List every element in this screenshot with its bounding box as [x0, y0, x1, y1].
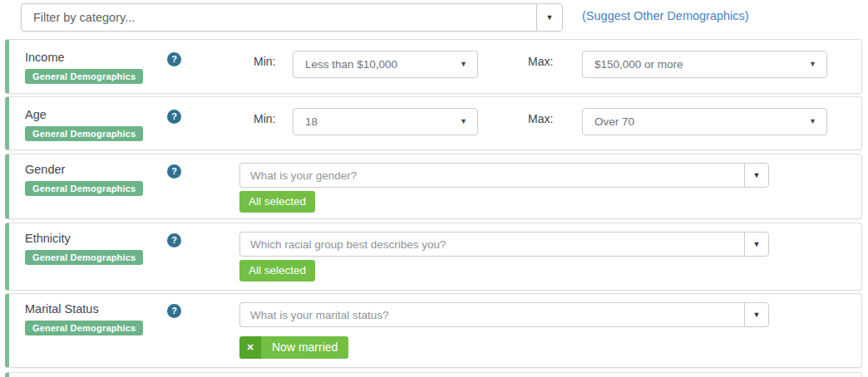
selected-value: 18: [305, 115, 318, 128]
ethnicity-question-input[interactable]: [239, 232, 744, 257]
help-icon[interactable]: ?: [167, 164, 181, 179]
category-badge: General Demographics: [25, 250, 143, 265]
marital-status-question-input[interactable]: [239, 302, 744, 327]
chevron-down-icon: ▼: [809, 109, 816, 135]
category-filter-input[interactable]: [21, 3, 536, 32]
category-badge: General Demographics: [25, 181, 143, 196]
age-min-select[interactable]: 18 ▼: [293, 108, 478, 135]
selection-tag-label: Now married: [261, 336, 348, 359]
ethnicity-dropdown-button[interactable]: ▼: [744, 232, 769, 257]
demographic-row-income: Income General Demographics ? Min: Less …: [5, 39, 862, 94]
chevron-down-icon: ▼: [546, 13, 554, 22]
chevron-down-icon: ▼: [809, 51, 816, 77]
chevron-down-icon: ▼: [460, 51, 467, 77]
close-icon: ✕: [246, 342, 254, 352]
row-title: Gender: [25, 163, 65, 176]
marital-status-question-group: ▼: [239, 302, 769, 327]
chevron-down-icon: ▼: [753, 171, 761, 179]
selection-tag-all-selected: All selected: [239, 191, 315, 213]
demographic-row-gender: Gender General Demographics ? ▼ All sele…: [5, 154, 862, 219]
age-max-select[interactable]: Over 70 ▼: [582, 108, 827, 135]
row-title: Age: [25, 108, 47, 121]
chevron-down-icon: ▼: [753, 240, 761, 248]
help-icon[interactable]: ?: [167, 110, 181, 124]
selection-tag-now-married: ✕ Now married: [239, 336, 348, 359]
help-icon[interactable]: ?: [167, 52, 181, 66]
remove-selection-button[interactable]: ✕: [239, 336, 261, 359]
selected-value: Less than $10,000: [305, 58, 397, 71]
gender-question-group: ▼: [239, 163, 769, 188]
row-title: Income: [25, 51, 65, 64]
demographic-row-marital-status: Marital Status General Demographics ? ▼ …: [5, 293, 862, 368]
income-max-select[interactable]: $150,000 or more ▼: [582, 51, 827, 78]
category-filter-dropdown-button[interactable]: ▼: [536, 3, 563, 32]
max-label: Max:: [528, 55, 553, 68]
next-row-partial: [5, 372, 862, 377]
ethnicity-question-group: ▼: [239, 232, 769, 257]
min-label: Min:: [254, 55, 275, 68]
help-icon[interactable]: ?: [167, 233, 181, 247]
chevron-down-icon: ▼: [460, 109, 467, 135]
help-icon[interactable]: ?: [167, 304, 181, 318]
category-badge: General Demographics: [25, 69, 143, 84]
gender-dropdown-button[interactable]: ▼: [744, 163, 769, 188]
gender-question-input[interactable]: [239, 163, 744, 188]
suggest-other-demographics-link[interactable]: (Suggest Other Demographics): [582, 9, 749, 22]
marital-status-dropdown-button[interactable]: ▼: [744, 302, 769, 327]
selection-tag-all-selected: All selected: [239, 260, 315, 282]
row-title: Marital Status: [25, 302, 99, 316]
category-badge: General Demographics: [25, 126, 143, 141]
max-label: Max:: [528, 112, 553, 125]
category-filter-group: ▼: [21, 3, 563, 32]
selected-value: $150,000 or more: [594, 58, 683, 71]
min-label: Min:: [254, 112, 275, 125]
category-badge: General Demographics: [25, 321, 143, 335]
row-title: Ethnicity: [25, 232, 71, 245]
chevron-down-icon: ▼: [753, 311, 761, 319]
income-min-select[interactable]: Less than $10,000 ▼: [293, 51, 478, 78]
demographic-row-age: Age General Demographics ? Min: 18 ▼ Max…: [5, 96, 862, 150]
selected-value: Over 70: [594, 115, 634, 128]
demographic-row-ethnicity: Ethnicity General Demographics ? ▼ All s…: [5, 223, 862, 291]
